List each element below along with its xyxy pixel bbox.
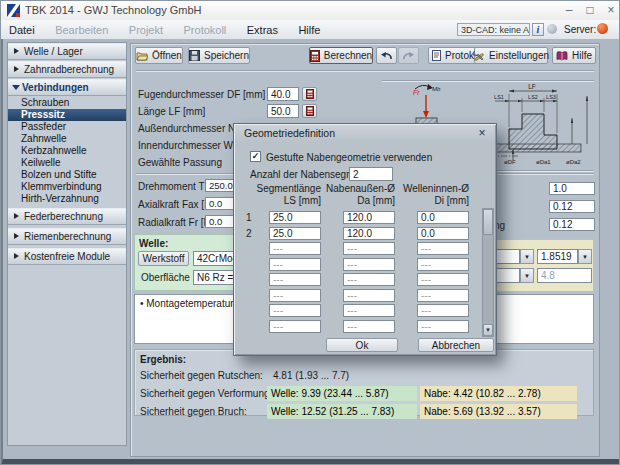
result-rutschen-label: Sicherheit gegen Rutschen: bbox=[140, 370, 263, 381]
laenge-label: Länge LF [mm] bbox=[138, 106, 205, 117]
radialkraft-label: Radialkraft Fr [N] bbox=[138, 217, 214, 228]
segment-row bbox=[234, 289, 482, 302]
ls3-dim-label: LS3 bbox=[546, 94, 556, 100]
minimize-icon[interactable]: – bbox=[559, 1, 579, 19]
segment-row-number: 1 bbox=[246, 212, 252, 223]
menu-protokoll: Protokoll bbox=[176, 21, 235, 39]
cancel-button[interactable]: Abbrechen bbox=[418, 338, 494, 352]
da1-dim-label: øDa1 bbox=[536, 159, 551, 165]
results-panel: Ergebnis: Sicherheit gegen Rutschen: 4.8… bbox=[134, 349, 594, 416]
segment-row1-col3-input[interactable] bbox=[417, 211, 469, 224]
chevron-right-icon bbox=[14, 233, 19, 239]
segment-row1-col2-input[interactable] bbox=[343, 211, 395, 224]
sidebar-item-presssitz[interactable]: Presssitz bbox=[8, 109, 126, 121]
segment-row7-col1-input bbox=[269, 304, 321, 317]
segment-count-input[interactable] bbox=[349, 167, 393, 181]
segment-row8-col1-input bbox=[269, 320, 321, 333]
maximize-icon[interactable]: □ bbox=[580, 1, 600, 19]
force-moment-drawing: Fr Mb bbox=[412, 82, 442, 126]
dialog-title: Geometriedefinition bbox=[244, 127, 335, 139]
laenge-calc-button[interactable] bbox=[302, 104, 317, 118]
segment-row: 2 bbox=[234, 227, 482, 240]
info-button[interactable]: i bbox=[532, 23, 544, 36]
segment-row6-col2-input bbox=[343, 289, 395, 302]
sidebar-group-verbindungen[interactable]: Verbindungen bbox=[8, 79, 126, 96]
sidebar-group-zahnradberechnung[interactable]: Zahnradberechnung bbox=[8, 61, 126, 78]
help-button[interactable]: Hilfe bbox=[552, 47, 596, 64]
result-verformung-label: Sicherheit gegen Verformung: bbox=[140, 388, 272, 399]
sidebar-item-klemmverbindung[interactable]: Klemmverbindung bbox=[8, 181, 126, 193]
checkbox-label: Gestufte Nabengeometrie verwenden bbox=[266, 152, 432, 163]
sidebar-item-bolzen-und-stifte[interactable]: Bolzen und Stifte bbox=[8, 169, 126, 181]
segment-table-rows: 12 bbox=[234, 211, 482, 335]
redo-icon bbox=[402, 51, 415, 61]
menubar: Datei Bearbeiten Projekt Protokoll Extra… bbox=[1, 20, 619, 40]
settings-button[interactable]: Einstellungen bbox=[474, 47, 548, 64]
sidebar-group-federberechnung[interactable]: Federberechnung bbox=[8, 208, 126, 225]
result-verformung-welle: Welle: 9.39 (23.44 ... 5.87) bbox=[267, 386, 417, 401]
menu-bearbeiten: Bearbeiten bbox=[47, 21, 116, 39]
nabe-combo2-dropdown[interactable]: ▼ bbox=[578, 249, 592, 264]
sidebar-item-passfeder[interactable]: Passfeder bbox=[8, 121, 126, 133]
save-button[interactable]: Speichern bbox=[188, 47, 250, 64]
calculator-icon bbox=[306, 106, 314, 116]
chevron-right-icon bbox=[14, 213, 19, 219]
segment-row2-col3-input[interactable] bbox=[417, 227, 469, 240]
fugendurchmesser-input[interactable] bbox=[267, 87, 299, 101]
segment-row1-col1-input[interactable] bbox=[269, 211, 321, 224]
scrollbar-down-arrow[interactable]: ▼ bbox=[483, 324, 493, 336]
sidebar-group-kostenfreie-module[interactable]: Kostenfreie Module bbox=[8, 248, 126, 265]
undo-button[interactable] bbox=[376, 47, 397, 64]
ls1-dim-label: LS1 bbox=[494, 94, 504, 100]
segment-row8-col2-input bbox=[343, 320, 395, 333]
right-field-1[interactable] bbox=[549, 182, 595, 195]
chevron-down-icon: ▼ bbox=[582, 254, 588, 260]
server-label: Server: bbox=[564, 24, 596, 35]
segment-row5-col2-input bbox=[343, 273, 395, 286]
nabe-combo1-dropdown[interactable]: ▼ bbox=[520, 249, 534, 264]
chevron-down-icon: ▼ bbox=[524, 254, 530, 260]
nabe-combo3-dropdown[interactable]: ▼ bbox=[520, 268, 534, 283]
close-icon[interactable]: × bbox=[601, 1, 620, 19]
laenge-input[interactable] bbox=[267, 104, 299, 118]
mb-label: Mb bbox=[432, 86, 441, 92]
sidebar-item-zahnwelle[interactable]: Zahnwelle bbox=[8, 133, 126, 145]
sidebar-group-riemenberechnung[interactable]: Riemenberechnung bbox=[8, 228, 126, 245]
segment-row3-col1-input bbox=[269, 242, 321, 255]
welle-heading: Welle: bbox=[139, 238, 168, 249]
segment-row: 1 bbox=[234, 211, 482, 224]
right-field-2[interactable] bbox=[549, 200, 595, 213]
menu-datei[interactable]: Datei bbox=[1, 21, 43, 39]
sidebar-item-schrauben[interactable]: Schrauben bbox=[8, 97, 126, 109]
axialkraft-label: Axialkraft Fax [N] bbox=[138, 199, 214, 210]
close-icon[interactable]: × bbox=[475, 127, 489, 141]
sidebar-item-keilwelle[interactable]: Keilwelle bbox=[8, 157, 126, 169]
calculate-button[interactable]: Berechnen bbox=[309, 47, 373, 64]
passung-label: Gewählte Passung bbox=[138, 157, 222, 168]
floppy-disk-icon bbox=[189, 50, 200, 61]
sidebar-item-kerbzahnwelle[interactable]: Kerbzahnwelle bbox=[8, 145, 126, 157]
ls2-dim-label: LS2 bbox=[528, 94, 538, 100]
segment-row2-col2-input[interactable] bbox=[343, 227, 395, 240]
window-title: TBK 2014 - GWJ Technology GmbH bbox=[25, 4, 201, 16]
ok-button[interactable]: Ok bbox=[326, 338, 398, 352]
scrollbar-thumb[interactable] bbox=[483, 209, 493, 235]
open-button[interactable]: Öffnen bbox=[135, 47, 183, 64]
dialog-scrollbar[interactable]: ▼ bbox=[482, 208, 494, 337]
dialog-titlebar[interactable]: Geometriedefinition × bbox=[235, 125, 495, 142]
segment-row6-col1-input bbox=[269, 289, 321, 302]
result-bruch-welle: Welle: 12.52 (31.25 ... 7.83) bbox=[267, 404, 417, 419]
right-field-3[interactable] bbox=[549, 218, 595, 231]
segment-row2-col1-input[interactable] bbox=[269, 227, 321, 240]
werkstoff-button[interactable]: Werkstoff bbox=[138, 251, 189, 266]
sidebar-group-welle-lager[interactable]: Welle / Lager bbox=[8, 43, 126, 60]
menu-hilfe[interactable]: Hilfe bbox=[290, 21, 328, 39]
segment-row bbox=[234, 304, 482, 317]
result-verformung-nabe: Nabe: 4.42 (10.82 ... 2.78) bbox=[420, 386, 577, 401]
result-bruch-label: Sicherheit gegen Bruch: bbox=[140, 406, 247, 417]
nabe-combo2-field[interactable] bbox=[537, 249, 578, 264]
gestufte-nabengeometrie-checkbox[interactable]: ✓ bbox=[250, 151, 261, 162]
sidebar-item-hirth-verzahnung[interactable]: Hirth-Verzahnung bbox=[8, 193, 126, 205]
menu-extras[interactable]: Extras bbox=[239, 21, 286, 39]
fugendurchmesser-calc-button[interactable] bbox=[302, 87, 317, 101]
